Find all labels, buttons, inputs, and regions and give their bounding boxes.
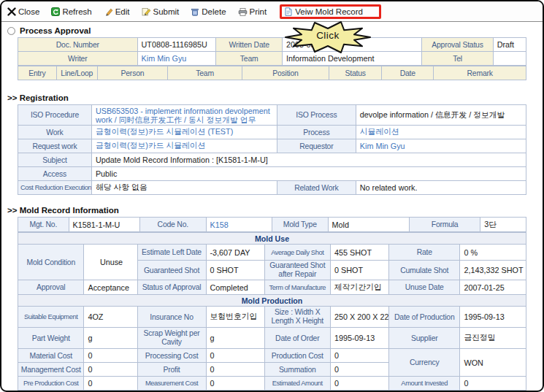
refresh-button[interactable]: Refresh bbox=[51, 7, 91, 16]
access-value: Public bbox=[91, 167, 526, 181]
delete-button[interactable]: Delete bbox=[191, 7, 226, 16]
mgt-no-value: K1581-1-M-U bbox=[69, 218, 139, 232]
team-value: Information Development bbox=[282, 52, 421, 66]
mold-detail-table: Mold Use Mold Condition Unuse Estimate L… bbox=[18, 232, 526, 392]
registration-title: >> Registration bbox=[7, 93, 543, 102]
material-cost-value: 0 bbox=[84, 349, 137, 363]
mold-type-value: Mold bbox=[328, 218, 409, 232]
iso-process-label: ISO Process bbox=[277, 105, 356, 126]
unuse-date-value: 2007-01-25 bbox=[460, 280, 526, 295]
col-date: Date bbox=[382, 66, 434, 80]
cumulate-shot-value: 2,143,332 SHOT bbox=[460, 261, 526, 280]
close-button[interactable]: Close bbox=[7, 7, 39, 16]
requestor-label: Requestor bbox=[277, 139, 356, 153]
related-work-label: Related Work bbox=[277, 181, 356, 195]
currency-label: Currency bbox=[389, 349, 460, 377]
amount-invested-value: 0 bbox=[460, 377, 526, 391]
col-line-loop: Line/Loop bbox=[56, 66, 97, 80]
writer-value[interactable]: Kim Min Gyu bbox=[137, 52, 216, 66]
process-approval-title: Process Approval bbox=[20, 26, 91, 35]
col-status: Status bbox=[329, 66, 381, 80]
written-date-value: 2008-08 bbox=[282, 38, 421, 52]
cost-reduction-execution-label: Cost Reduction Execution bbox=[18, 181, 92, 195]
cost-reduction-execution-value: 해당 사항 없음 bbox=[91, 181, 277, 195]
summation-value: 0 bbox=[331, 363, 389, 377]
management-cost-value: 0 bbox=[84, 363, 137, 377]
iso-procedure-value[interactable]: USB653503 - implement information devolp… bbox=[91, 105, 277, 126]
close-icon bbox=[7, 7, 16, 16]
subject-value: Update Mold Record Information : [K1581-… bbox=[91, 153, 526, 167]
date-of-order-label: Date of Order bbox=[264, 328, 330, 349]
submit-button[interactable]: Submit bbox=[142, 7, 180, 16]
request-work-label: Request work bbox=[18, 139, 92, 153]
cumulate-shot-label: Cumulate Shot bbox=[389, 261, 460, 280]
written-date-label: Written Date bbox=[216, 38, 282, 52]
requestor-value[interactable]: Kim Min Gyu bbox=[356, 139, 526, 153]
scrap-weight-per-cavity-value: g bbox=[206, 328, 264, 349]
estimated-amount-value: 0 bbox=[331, 377, 389, 391]
mold-production-band: Mold Production bbox=[18, 295, 526, 307]
supplier-value: 금진정밀 bbox=[460, 328, 526, 349]
process-approval-header: Process Approval bbox=[7, 26, 543, 35]
insurance-no-value: 보험번호기입 bbox=[206, 307, 264, 328]
col-person: Person bbox=[97, 66, 168, 80]
delete-label: Delete bbox=[202, 7, 226, 16]
scrap-weight-per-cavity-label: Scrap Weight per Cavity bbox=[137, 328, 206, 349]
suitable-equipment-value: 4OZ bbox=[84, 307, 137, 328]
process-approval-radio[interactable] bbox=[7, 27, 15, 35]
delete-icon bbox=[191, 7, 199, 16]
iso-process-value: devolpe information / 信息开发 / 정보개발 bbox=[356, 105, 526, 126]
rate-value: 0 % bbox=[460, 245, 526, 261]
production-cost-value: 0 bbox=[331, 349, 389, 363]
mold-record-window: Close Refresh Edit Submit Delete Print V… bbox=[0, 0, 544, 392]
team-label: Team bbox=[216, 52, 282, 66]
work-value[interactable]: 금형이력(정보)카드 시뮬레이션 (TEST) bbox=[91, 126, 277, 139]
registration-table: ISO Procedure USB653503 - implement info… bbox=[18, 104, 526, 195]
doc-number-label: Doc. Number bbox=[18, 38, 138, 52]
code-no-value[interactable]: K158 bbox=[206, 218, 272, 232]
approval-info-table: Doc. Number UT0808-1116985U Written Date… bbox=[18, 37, 526, 66]
approval-value: Acceptance bbox=[84, 280, 137, 295]
part-weight-label: Part Weight bbox=[18, 328, 84, 349]
related-work-value: No related work. bbox=[356, 181, 526, 195]
mold-type-label: Mold Type bbox=[272, 218, 328, 232]
size-label: Size : Width X Length X Height bbox=[264, 307, 330, 328]
approval-status-label: Approval Status bbox=[422, 38, 493, 52]
summation-label: Summation bbox=[264, 363, 330, 377]
mold-use-band: Mold Use bbox=[18, 233, 526, 245]
processing-cost-label: Processing Cost bbox=[137, 349, 206, 363]
col-entry: Entry bbox=[18, 66, 57, 80]
term-of-manufacture-value: 제작기간기입 bbox=[331, 280, 389, 295]
tel-label: Tel bbox=[422, 52, 493, 66]
col-team: Team bbox=[168, 66, 242, 80]
view-mold-record-label: Veiw Mold Record bbox=[295, 7, 363, 16]
document-icon bbox=[284, 7, 293, 16]
rate-label: Rate bbox=[389, 245, 460, 261]
average-daily-shot-value: 455 SHOT bbox=[331, 245, 389, 261]
doc-number-value: UT0808-1116985U bbox=[137, 38, 216, 52]
print-button[interactable]: Print bbox=[238, 7, 267, 16]
edit-icon bbox=[104, 7, 113, 16]
access-label: Access bbox=[18, 167, 92, 181]
mold-id-row: Mgt. No. K1581-1-M-U Code No. K158 Mold … bbox=[18, 217, 526, 232]
col-position: Position bbox=[242, 66, 329, 80]
tel-value bbox=[493, 52, 526, 66]
mold-condition-label: Mold Condition bbox=[18, 245, 84, 280]
estimate-left-date-label: Estimate Left Date bbox=[137, 245, 206, 261]
measurement-cost-label: Measurement Cost bbox=[137, 377, 206, 391]
process-value[interactable]: 시뮬레이션 bbox=[356, 126, 526, 139]
col-remark: Remark bbox=[434, 66, 526, 80]
edit-button[interactable]: Edit bbox=[104, 7, 130, 16]
estimated-amount-label: Estimated Amount bbox=[264, 377, 330, 391]
guaranteed-shot-after-repair-value: 0 SHOT bbox=[331, 261, 389, 280]
status-of-approval-label: Status of Approval bbox=[137, 280, 206, 295]
production-cost-label: Production Cost bbox=[264, 349, 330, 363]
average-daily-shot-label: Average Daily Shot bbox=[264, 245, 330, 261]
request-work-value[interactable]: 금형이력(정보)카드 시뮬레이션 bbox=[91, 139, 277, 153]
date-of-production-label: Date of Production bbox=[389, 307, 460, 328]
iso-procedure-label: ISO Procedure bbox=[18, 105, 92, 126]
size-value: 250 X 200 X 225 bbox=[331, 307, 389, 328]
refresh-label: Refresh bbox=[62, 7, 91, 16]
formula-label: Formula bbox=[409, 218, 480, 232]
view-mold-record-button[interactable]: Veiw Mold Record bbox=[280, 4, 381, 19]
